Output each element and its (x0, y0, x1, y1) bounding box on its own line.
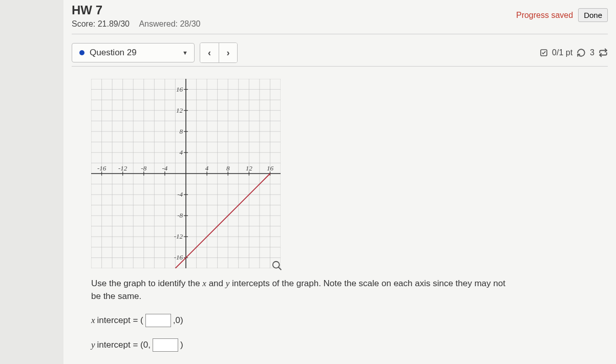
y-intercept-label: intercept = (0, (97, 340, 151, 350)
question-label: Question 29 (90, 48, 137, 58)
points-text: 0/1 pt (552, 48, 572, 57)
nav-group: ‹ › (200, 42, 238, 63)
score-text: Score: 21.89/30 (72, 19, 130, 28)
y-intercept-suffix: ) (180, 340, 183, 350)
caret-down-icon: ▼ (182, 50, 188, 56)
question-bar-left: Question 29 ▼ ‹ › (72, 42, 238, 63)
graph: -16-12-8-4481216-16-12-8-4481216 (91, 79, 281, 268)
question-content: -16-12-8-4481216-16-12-8-4481216 Use the… (72, 67, 608, 352)
svg-line-74 (279, 267, 282, 270)
prompt-x-var: x (202, 279, 206, 288)
answered-text: Answered: 28/30 (139, 19, 200, 28)
svg-text:12: 12 (176, 106, 183, 114)
question-select[interactable]: Question 29 ▼ (72, 43, 195, 62)
svg-text:-4: -4 (177, 190, 183, 198)
left-gutter (0, 0, 63, 364)
svg-text:12: 12 (246, 164, 253, 172)
svg-text:-12: -12 (174, 232, 183, 240)
svg-text:-4: -4 (162, 164, 167, 172)
progress-saved-label: Progress saved (516, 11, 573, 20)
svg-text:8: 8 (180, 127, 183, 135)
prev-question-button[interactable]: ‹ (200, 43, 219, 62)
retry-count: 3 (590, 48, 594, 57)
prompt-text: Use the graph to identify the x and y in… (91, 277, 511, 303)
header-divider (72, 34, 608, 34)
svg-text:-8: -8 (141, 164, 146, 172)
svg-text:-12: -12 (118, 164, 128, 172)
score-line: Score: 21.89/30 Answered: 28/30 (72, 19, 201, 29)
x-intercept-suffix: ,0) (173, 315, 183, 326)
svg-point-73 (273, 262, 280, 268)
assignment-title: HW 7 (72, 3, 201, 17)
header: HW 7 Score: 21.89/30 Answered: 28/30 Pro… (72, 3, 608, 29)
header-left: HW 7 Score: 21.89/30 Answered: 28/30 (72, 3, 201, 29)
svg-text:8: 8 (226, 164, 230, 172)
svg-text:-8: -8 (177, 211, 183, 219)
question-status-dot-icon (79, 50, 84, 55)
main-panel: HW 7 Score: 21.89/30 Answered: 28/30 Pro… (63, 0, 616, 352)
prompt-mid1: and (206, 279, 226, 288)
x-intercept-label: intercept = ( (97, 315, 143, 326)
x-intercept-line: x intercept = ( ,0) (91, 314, 598, 327)
loop-icon (599, 48, 608, 57)
y-intercept-var: y (91, 340, 95, 350)
x-intercept-var: x (91, 315, 95, 326)
svg-text:-16: -16 (97, 164, 107, 172)
check-icon (540, 49, 548, 57)
svg-text:4: 4 (205, 164, 209, 172)
magnify-icon[interactable] (271, 260, 283, 271)
svg-text:16: 16 (267, 164, 274, 172)
y-intercept-input[interactable] (153, 338, 178, 352)
graph-svg: -16-12-8-4481216-16-12-8-4481216 (91, 79, 281, 268)
y-intercept-line: y intercept = (0, ) (91, 338, 598, 352)
x-intercept-input[interactable] (145, 314, 171, 327)
prompt-pre: Use the graph to identify the (91, 279, 202, 288)
question-bar: Question 29 ▼ ‹ › 0/1 pt 3 (72, 42, 608, 67)
svg-text:-16: -16 (174, 253, 183, 261)
svg-text:16: 16 (176, 85, 183, 93)
retry-icon (577, 48, 586, 57)
progress-group: Progress saved Done (516, 3, 608, 22)
question-bar-right: 0/1 pt 3 (540, 48, 608, 57)
done-button[interactable]: Done (578, 8, 608, 22)
svg-text:4: 4 (180, 148, 183, 156)
next-question-button[interactable]: › (219, 43, 237, 62)
